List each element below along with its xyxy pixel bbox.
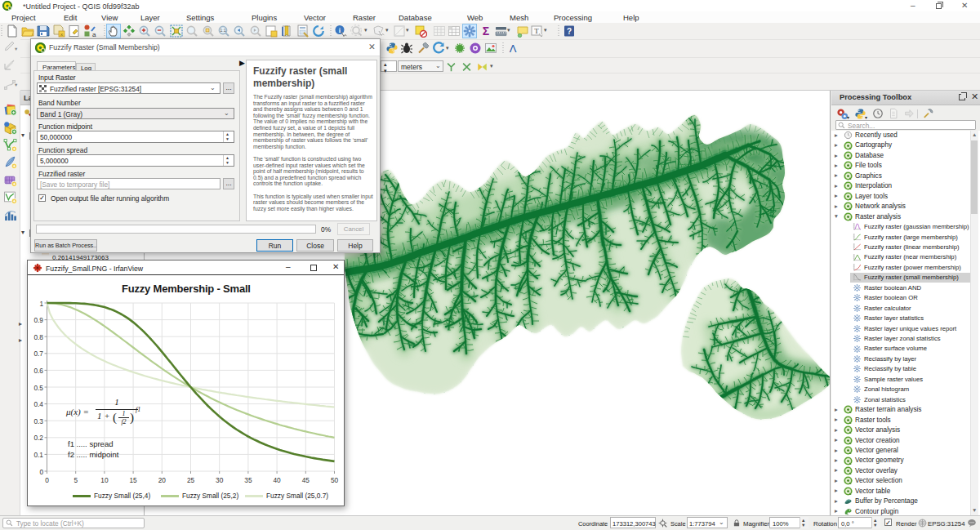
svg-text:x: x <box>60 32 63 37</box>
svg-text:a: a <box>92 31 96 38</box>
svg-text:1:1: 1:1 <box>220 28 226 33</box>
svg-text:Λ: Λ <box>510 42 517 55</box>
svg-text:?: ? <box>567 27 572 36</box>
svg-text:Σ: Σ <box>483 24 489 38</box>
svg-text:T: T <box>534 27 539 35</box>
